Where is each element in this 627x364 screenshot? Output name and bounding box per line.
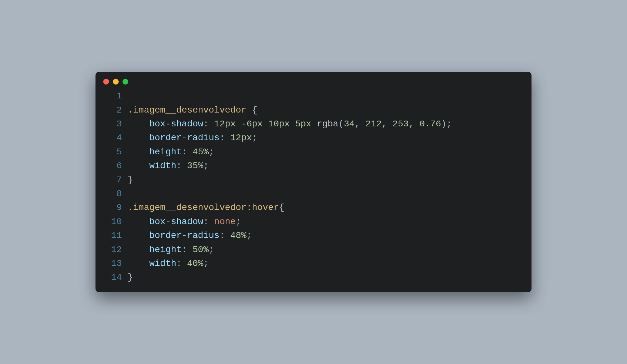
code-token xyxy=(311,119,317,129)
line-number: 6 xyxy=(103,159,128,173)
line-content[interactable]: border-radius: 48%; xyxy=(128,229,524,242)
line-number: 4 xyxy=(103,131,128,145)
close-icon[interactable] xyxy=(103,79,109,85)
line-content[interactable]: .imagem__desenvolvedor:hover{ xyxy=(128,201,524,214)
code-token: 253 xyxy=(392,119,408,129)
code-token: width xyxy=(149,161,176,171)
code-line[interactable]: 13 width: 40%; xyxy=(103,257,524,270)
code-token: { xyxy=(279,203,285,213)
line-number: 14 xyxy=(103,270,128,284)
code-token: : xyxy=(220,133,231,143)
line-number: 5 xyxy=(103,145,128,159)
code-token: 35% xyxy=(187,161,203,171)
code-token xyxy=(128,217,149,227)
code-token: 12px xyxy=(214,119,236,129)
line-content[interactable]: .imagem__desenvolvedor { xyxy=(128,103,524,117)
code-token: 34 xyxy=(344,119,355,129)
code-line[interactable]: 4 border-radius: 12px; xyxy=(103,131,524,145)
code-line[interactable]: 14} xyxy=(103,270,524,284)
minimize-icon[interactable] xyxy=(113,79,119,85)
code-token: : xyxy=(182,245,193,255)
code-line[interactable]: 7} xyxy=(103,173,524,187)
zoom-icon[interactable] xyxy=(123,79,128,85)
code-token: , xyxy=(382,119,393,129)
code-line[interactable]: 6 width: 35%; xyxy=(103,159,524,173)
line-content[interactable]: border-radius: 12px; xyxy=(128,131,524,145)
line-number: 9 xyxy=(103,201,128,214)
line-number: 11 xyxy=(103,229,128,242)
code-token: box-shadow xyxy=(149,119,203,129)
code-token xyxy=(128,133,149,143)
code-line[interactable]: 3 box-shadow: 12px -6px 10px 5px rgba(34… xyxy=(103,117,524,131)
code-token: 48% xyxy=(230,231,246,241)
code-token: : xyxy=(176,161,187,171)
code-editor[interactable]: 12.imagem__desenvolvedor {3 box-shadow: … xyxy=(95,89,532,284)
line-content[interactable]: box-shadow: none; xyxy=(128,215,524,229)
line-content[interactable]: width: 35%; xyxy=(128,159,524,173)
line-number: 2 xyxy=(103,103,128,117)
code-token: 50% xyxy=(193,245,209,255)
code-token: ; xyxy=(447,119,452,129)
code-token xyxy=(236,119,241,129)
code-token: 12px xyxy=(230,133,252,143)
line-content[interactable]: } xyxy=(128,270,524,284)
code-token: width xyxy=(149,259,176,268)
line-content[interactable]: height: 50%; xyxy=(128,243,524,257)
code-token: rgba xyxy=(317,119,338,129)
line-content[interactable] xyxy=(128,187,524,201)
code-token: ; xyxy=(203,259,209,268)
code-token: 0.76 xyxy=(420,119,441,129)
code-token: 45% xyxy=(193,147,209,157)
code-token xyxy=(128,147,149,157)
code-line[interactable]: 1 xyxy=(103,89,524,103)
code-token: ) xyxy=(441,119,447,129)
window-titlebar xyxy=(95,77,532,89)
code-line[interactable]: 8 xyxy=(103,187,524,201)
code-token: } xyxy=(128,175,133,185)
code-token xyxy=(128,119,149,129)
code-token: : xyxy=(182,147,193,157)
line-content[interactable]: width: 40%; xyxy=(128,257,524,270)
line-content[interactable]: height: 45%; xyxy=(128,145,524,159)
line-number: 8 xyxy=(103,187,128,201)
code-token: : xyxy=(203,119,214,129)
code-token: : xyxy=(176,259,187,268)
code-token xyxy=(128,231,149,241)
line-number: 13 xyxy=(103,257,128,270)
code-token: ; xyxy=(209,147,214,157)
code-token: 5px xyxy=(295,119,311,129)
code-token xyxy=(263,119,268,129)
code-token: } xyxy=(128,272,133,282)
code-token: ; xyxy=(247,231,252,241)
code-token xyxy=(128,259,149,268)
code-token xyxy=(128,161,149,171)
code-token: , xyxy=(409,119,420,129)
code-token: border-radius xyxy=(149,231,219,241)
code-token: .imagem__desenvolvedor xyxy=(128,203,247,213)
code-line[interactable]: 2.imagem__desenvolvedor { xyxy=(103,103,524,117)
code-token: : xyxy=(220,231,231,241)
code-token: border-radius xyxy=(149,133,219,143)
code-token: 10px xyxy=(268,119,290,129)
code-token: -6px xyxy=(241,119,263,129)
code-token: 212 xyxy=(365,119,381,129)
code-token: ; xyxy=(236,217,241,227)
line-number: 3 xyxy=(103,117,128,131)
code-token: height xyxy=(149,147,182,157)
code-token: { xyxy=(252,105,257,115)
code-token: none xyxy=(214,217,236,227)
code-token: ; xyxy=(203,161,209,171)
code-line[interactable]: 5 height: 45%; xyxy=(103,145,524,159)
line-content[interactable]: box-shadow: 12px -6px 10px 5px rgba(34, … xyxy=(128,117,524,131)
code-token xyxy=(290,119,295,129)
code-line[interactable]: 11 border-radius: 48%; xyxy=(103,229,524,242)
code-token: 40% xyxy=(187,259,203,268)
line-content[interactable]: } xyxy=(128,173,524,187)
code-line[interactable]: 10 box-shadow: none; xyxy=(103,215,524,229)
code-token: ( xyxy=(338,119,344,129)
code-token: : xyxy=(203,217,214,227)
line-content[interactable] xyxy=(128,89,524,103)
code-token: :hover xyxy=(247,203,279,213)
code-line[interactable]: 9.imagem__desenvolvedor:hover{ xyxy=(103,201,524,214)
code-line[interactable]: 12 height: 50%; xyxy=(103,243,524,257)
